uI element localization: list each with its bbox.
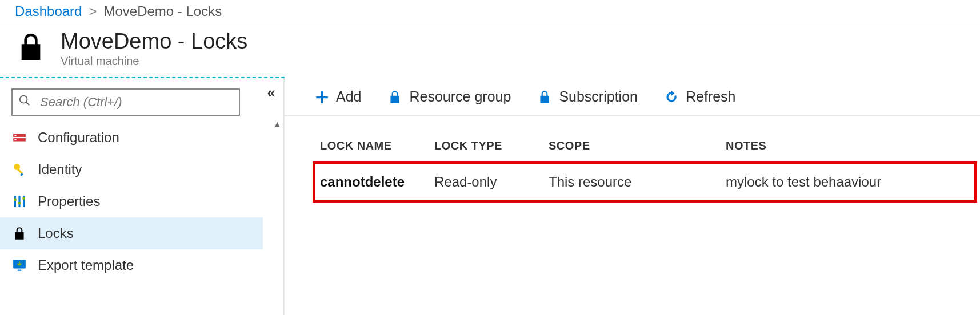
- svg-rect-16: [18, 270, 22, 271]
- svg-rect-13: [18, 202, 21, 204]
- main-pane: Add Resource group Subscription Refresh …: [285, 78, 980, 315]
- cell-lock-name: cannotdelete: [314, 163, 429, 201]
- sidebar: « ▲ Configuration Identity: [0, 78, 285, 315]
- sliders-icon: [11, 194, 27, 209]
- sidebar-item-label: Properties: [38, 193, 100, 209]
- add-button[interactable]: Add: [314, 88, 361, 105]
- svg-line-1: [26, 102, 30, 106]
- cell-scope: This resource: [543, 163, 720, 201]
- page-header: MoveDemo - Locks Virtual machine: [0, 23, 980, 77]
- col-lock-name[interactable]: LOCK NAME: [314, 134, 429, 163]
- lock-icon: [11, 226, 27, 241]
- sidebar-item-identity[interactable]: Identity: [0, 154, 263, 185]
- svg-point-0: [20, 96, 27, 103]
- col-notes[interactable]: NOTES: [720, 134, 975, 163]
- scroll-up-arrow[interactable]: ▲: [273, 119, 281, 128]
- configuration-icon: [11, 130, 27, 145]
- sidebar-item-label: Configuration: [38, 130, 119, 146]
- add-button-label: Add: [336, 88, 361, 105]
- breadcrumb-sep: >: [89, 3, 97, 19]
- sidebar-item-label: Locks: [38, 225, 74, 241]
- svg-rect-12: [14, 199, 16, 201]
- page-subtitle: Virtual machine: [61, 55, 247, 68]
- col-scope[interactable]: SCOPE: [543, 134, 720, 163]
- sidebar-item-locks[interactable]: Locks: [0, 217, 263, 249]
- svg-rect-14: [22, 197, 25, 199]
- sidebar-item-label: Identity: [38, 161, 82, 177]
- svg-rect-5: [14, 139, 16, 140]
- refresh-button[interactable]: Refresh: [664, 88, 736, 105]
- sidebar-item-export-template[interactable]: Export template: [0, 249, 263, 281]
- col-lock-type[interactable]: LOCK TYPE: [429, 134, 543, 163]
- table-row[interactable]: cannotdelete Read-only This resource myl…: [314, 163, 975, 201]
- sidebar-item-configuration[interactable]: Configuration: [0, 122, 263, 154]
- breadcrumb: Dashboard > MoveDemo - Locks: [0, 0, 980, 23]
- sidebar-nav: ▲ Configuration Identity Properties: [0, 122, 283, 281]
- sidebar-item-properties[interactable]: Properties: [0, 185, 263, 217]
- cell-lock-type: Read-only: [429, 163, 543, 201]
- breadcrumb-current: MoveDemo - Locks: [103, 3, 222, 19]
- monitor-download-icon: [11, 258, 27, 273]
- key-icon: [11, 162, 27, 177]
- subscription-button[interactable]: Subscription: [537, 88, 638, 105]
- breadcrumb-root-link[interactable]: Dashboard: [15, 3, 82, 19]
- toolbar: Add Resource group Subscription Refresh: [285, 78, 980, 116]
- search-icon: [18, 94, 31, 110]
- lock-icon: [537, 90, 552, 104]
- resource-group-label: Resource group: [409, 88, 511, 105]
- cell-notes: mylock to test behaaviour: [720, 163, 975, 201]
- table-header-row: LOCK NAME LOCK TYPE SCOPE NOTES: [314, 134, 975, 163]
- search-input[interactable]: [11, 88, 240, 116]
- lock-icon: [387, 90, 402, 104]
- lock-icon: [15, 31, 47, 66]
- sidebar-item-label: Export template: [38, 257, 134, 273]
- svg-rect-4: [14, 135, 16, 136]
- page-title: MoveDemo - Locks: [61, 29, 247, 54]
- refresh-label: Refresh: [686, 88, 736, 105]
- locks-table: LOCK NAME LOCK TYPE SCOPE NOTES cannotde…: [314, 134, 975, 201]
- subscription-label: Subscription: [559, 88, 638, 105]
- plus-icon: [314, 90, 329, 104]
- refresh-icon: [664, 90, 679, 104]
- resource-group-button[interactable]: Resource group: [387, 88, 511, 105]
